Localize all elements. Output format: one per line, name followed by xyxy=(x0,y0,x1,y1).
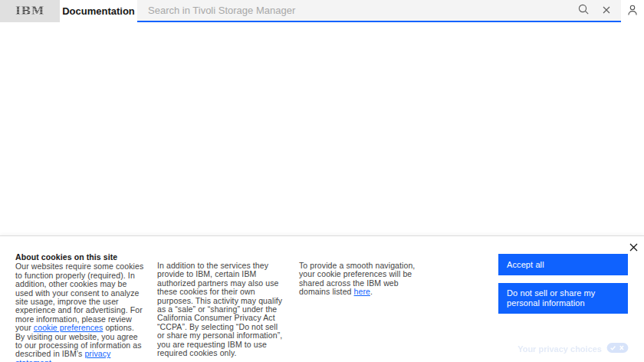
svg-text:IBM: IBM xyxy=(15,4,44,16)
user-region xyxy=(621,0,644,22)
cookie-banner-column-2: In addition to the services they provide… xyxy=(157,253,287,362)
cookie-banner-paragraph-2: In addition to the services they provide… xyxy=(157,262,287,357)
domains-listed-here-link[interactable]: here xyxy=(354,287,370,296)
top-navbar: IBM Documentation xyxy=(0,0,644,22)
documentation-label: Documentation xyxy=(62,5,135,17)
search-bar xyxy=(137,0,621,22)
banner-close-button[interactable] xyxy=(626,241,640,255)
cookie-banner-column-3: To provide a smooth navigation, your coo… xyxy=(299,253,429,362)
cookie-banner-paragraph-3: To provide a smooth navigation, your coo… xyxy=(299,262,429,297)
user-profile-button[interactable] xyxy=(621,1,644,21)
close-icon xyxy=(603,5,610,16)
cookie-preferences-link[interactable]: cookie preferences xyxy=(34,323,104,332)
ibm-documentation-page: IBM Documentation xyxy=(0,0,644,362)
search-icon-button[interactable] xyxy=(572,0,595,21)
clear-search-button[interactable] xyxy=(595,0,618,21)
privacy-choices-label: Your privacy choices xyxy=(518,344,602,354)
do-not-sell-button[interactable]: Do not sell or share my personal informa… xyxy=(498,283,628,314)
accept-all-button[interactable]: Accept all xyxy=(498,254,628,275)
search-input[interactable] xyxy=(137,0,572,21)
cookie-banner-title: About cookies on this site xyxy=(15,253,145,262)
banner-close-icon xyxy=(629,242,638,254)
ibm-logo[interactable]: IBM xyxy=(0,0,60,22)
user-icon xyxy=(626,4,639,18)
ibm-logo-icon: IBM xyxy=(15,4,45,19)
cookie-consent-banner: About cookies on this site Our websites … xyxy=(0,235,644,362)
cookie-banner-paragraph-1: Our websites require some cookies to fun… xyxy=(15,262,145,362)
search-icon xyxy=(577,3,590,18)
nav-item-documentation[interactable]: Documentation xyxy=(60,0,137,22)
content-area xyxy=(0,22,644,235)
your-privacy-choices[interactable]: Your privacy choices xyxy=(518,342,629,356)
cookie-banner-buttons: Accept all Do not sell or share my perso… xyxy=(498,254,628,314)
cookie-banner-column-1: About cookies on this site Our websites … xyxy=(15,253,145,362)
privacy-choices-icon xyxy=(606,342,629,356)
